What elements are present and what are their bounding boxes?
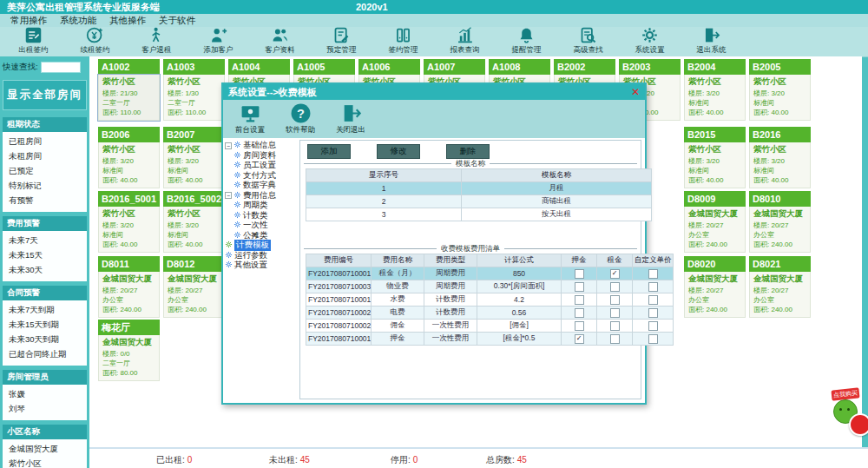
rent-checkbox[interactable]: [610, 295, 620, 305]
dialog-tool-help[interactable]: ?软件帮助: [286, 102, 315, 135]
sidebar-filter-item[interactable]: 未来15天到期: [3, 318, 87, 333]
sidebar-filter-item[interactable]: 紫竹小区: [3, 457, 87, 468]
toolbar-button-doc-edit[interactable]: 预定管理: [311, 27, 372, 56]
sidebar-filter-item[interactable]: 未来7天: [3, 234, 87, 248]
toolbar-button-folders[interactable]: 签约管理: [372, 27, 434, 56]
room-area: 面积: 240.00: [688, 240, 745, 249]
room-card-梅花厅[interactable]: 梅花厅金城国贸大厦楼层: 0/0二室一厅面积: 80.00: [98, 320, 160, 381]
tree-expander-icon[interactable]: −: [225, 192, 232, 199]
mascot-red-badge-icon[interactable]: [849, 413, 868, 436]
room-card-B2005[interactable]: B2005紫竹小区楼层: 3/20标准间面积: 40.00: [749, 59, 811, 121]
custom-price-checkbox[interactable]: [648, 321, 658, 331]
room-card-B2007[interactable]: B2007紫竹小区楼层: 3/20标准间面积: 40.00: [163, 127, 225, 188]
room-card-B2015[interactable]: B2015紫竹小区楼层: 3/20标准间面积: 40.00: [684, 127, 746, 188]
fee-col-header: 自定义单价: [633, 254, 674, 267]
custom-price-checkbox[interactable]: [648, 282, 658, 292]
sidebar-filter-item[interactable]: 金城国贸大厦: [3, 442, 87, 457]
sidebar-filter-item[interactable]: 特别标记: [3, 179, 87, 194]
custom-price-checkbox[interactable]: [648, 334, 658, 344]
custom-price-checkbox[interactable]: [648, 295, 658, 305]
sidebar-filter-item[interactable]: 张媛: [3, 387, 87, 402]
room-floor: 楼层: 20/27: [753, 286, 810, 295]
room-card-A1002[interactable]: A1002紫竹小区楼层: 21/30二室一厅面积: 110.00: [98, 59, 160, 121]
toolbar-button-bar-chart[interactable]: 报表查询: [434, 27, 496, 56]
toolbar-button-people[interactable]: 客户资料: [249, 27, 311, 56]
room-card-B2016_5001[interactable]: B2016_5001紫竹小区楼层: 3/20标准间面积: 40.00: [98, 191, 160, 253]
room-card-D8009[interactable]: D8009金城国贸大厦楼层: 20/27办公室面积: 240.00: [684, 191, 746, 253]
toolbar-button-person-add[interactable]: 添加客户: [187, 27, 249, 56]
fee-cell: [597, 320, 633, 333]
dialog-tool-monitor[interactable]: 前台设置: [235, 102, 265, 135]
fee-row[interactable]: FY2017080710003物业费周期费用0.30*[房间面积]: [306, 280, 674, 293]
deposit-checkbox[interactable]: [575, 308, 584, 318]
menu-item-1[interactable]: 系统功能: [58, 15, 100, 27]
fee-row[interactable]: FY2017080710002佣金一次性费用[佣金]: [306, 320, 674, 333]
sidebar-filter-item[interactable]: 未来15天: [3, 248, 87, 263]
deposit-checkbox[interactable]: ✓: [575, 334, 584, 344]
fee-row[interactable]: FY2017080710001押金一次性费用[租金]*0.5✓: [306, 333, 674, 346]
room-card-B2006[interactable]: B2006紫竹小区楼层: 3/20标准间面积: 40.00: [98, 127, 160, 188]
fee-row[interactable]: FY2017080710002电费计数费用0.56: [306, 307, 674, 320]
sidebar-filter-item[interactable]: 已租房间: [3, 135, 87, 149]
dialog-button-0[interactable]: 添加: [307, 144, 351, 159]
tree-node-其他设置[interactable]: 其他设置: [225, 260, 299, 271]
room-card-A1003[interactable]: A1003紫竹小区楼层: 1/30二室一厅面积: 110.00: [163, 59, 225, 121]
dialog-close-icon[interactable]: ✕: [631, 84, 640, 100]
deposit-checkbox[interactable]: [575, 321, 584, 331]
sidebar-filter-item[interactable]: 有预警: [3, 194, 87, 208]
custom-price-checkbox[interactable]: [648, 308, 658, 318]
fee-cell: [633, 333, 674, 346]
toolbar-button-contract-tile[interactable]: 出租签约: [3, 27, 64, 56]
menu-item-2[interactable]: 其他操作: [108, 15, 149, 27]
rent-checkbox[interactable]: [610, 308, 620, 318]
sidebar-filter-item[interactable]: 已预定: [3, 164, 87, 179]
dialog-tool-exit-door[interactable]: 关闭退出: [336, 102, 365, 135]
room-card-D8021[interactable]: D8021金城国贸大厦楼层: 20/27办公室面积: 240.00: [749, 256, 811, 318]
room-card-D8011[interactable]: D8011金城国贸大厦楼层: 20/27办公室面积: 240.00: [98, 256, 160, 318]
menu-item-3[interactable]: 关于软件: [157, 15, 199, 27]
sidebar-filter-item[interactable]: 刘琴: [3, 402, 87, 417]
template-row[interactable]: 1月租: [306, 182, 652, 195]
toolbar-button-person-walk[interactable]: 客户退租: [126, 27, 187, 56]
template-row[interactable]: 2商铺出租: [306, 195, 652, 208]
fee-row[interactable]: FY2017080710001水费计数费用4.2: [306, 293, 674, 307]
room-card-B2016[interactable]: B2016紫竹小区楼层: 3/20标准间面积: 40.00: [749, 127, 811, 188]
toolbar-button-bell[interactable]: 提醒管理: [496, 27, 557, 56]
quick-search-input[interactable]: [41, 62, 81, 73]
menu-item-0[interactable]: 常用操作: [9, 15, 50, 27]
dialog-button-1[interactable]: 修改: [377, 144, 420, 159]
toolbar-button-yen-renew[interactable]: 续租签约: [64, 27, 126, 56]
tree-expander-icon[interactable]: −: [225, 142, 232, 149]
rent-checkbox[interactable]: ✓: [610, 269, 620, 279]
toolbar-button-gear[interactable]: 系统设置: [619, 27, 681, 56]
room-card-D8012[interactable]: D8012金城国贸大厦楼层: 20/27办公室面积: 240.00: [163, 256, 225, 318]
custom-price-checkbox[interactable]: [648, 269, 658, 279]
folders-icon: [394, 26, 412, 44]
room-card-D8010[interactable]: D8010金城国贸大厦楼层: 20/27办公室面积: 240.00: [749, 191, 811, 253]
sidebar-filter-item[interactable]: 未来30天: [3, 263, 87, 278]
room-area: 面积: 40.00: [753, 175, 810, 185]
toolbar-button-exit-door[interactable]: 退出系统: [681, 27, 742, 56]
show-all-rooms-button[interactable]: 显示全部房间: [3, 80, 87, 110]
room-card-B2004[interactable]: B2004紫竹小区楼层: 3/20标准间面积: 40.00: [684, 59, 746, 121]
floating-mascot[interactable]: 点我购买: [826, 389, 868, 443]
deposit-checkbox[interactable]: [575, 282, 584, 292]
room-floor: 楼层: 0/0: [102, 349, 159, 359]
deposit-checkbox[interactable]: [575, 269, 584, 279]
toolbar-button-doc-search[interactable]: 高级查找: [557, 27, 619, 56]
rent-checkbox[interactable]: [610, 321, 620, 331]
room-card-D8020[interactable]: D8020金城国贸大厦楼层: 20/27办公室面积: 240.00: [684, 256, 746, 318]
rent-checkbox[interactable]: [610, 282, 620, 292]
sidebar-filter-item[interactable]: 未来30天到期: [3, 333, 87, 347]
sidebar-section-1: 费用预警未来7天未来15天未来30天: [3, 216, 87, 281]
sidebar-filter-item[interactable]: 已超合同终止期: [3, 347, 87, 362]
fee-row[interactable]: FY2017080710001租金（月）周期费用850✓: [306, 267, 674, 280]
dialog-button-2[interactable]: 删除: [446, 144, 490, 159]
deposit-checkbox[interactable]: [575, 295, 584, 305]
sidebar-filter-item[interactable]: 未租房间: [3, 149, 87, 164]
rent-checkbox[interactable]: [610, 334, 620, 344]
room-area: 面积: 40.00: [753, 108, 810, 117]
room-card-B2016_5002[interactable]: B2016_5002紫竹小区楼层: 3/20标准间面积: 40.00: [163, 191, 225, 253]
template-row[interactable]: 3按天出租: [306, 208, 652, 221]
sidebar-filter-item[interactable]: 未来7天到期: [3, 303, 87, 318]
